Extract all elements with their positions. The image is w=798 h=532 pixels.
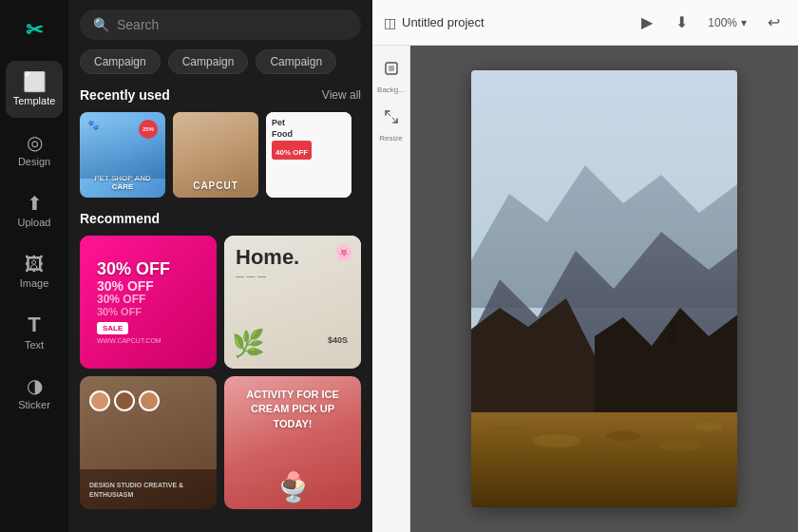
svg-point-13 <box>670 322 675 328</box>
studio-inner: DESIGN STUDIO CREATIVE & ENTHUSIASM <box>80 376 217 509</box>
canvas-viewport[interactable] <box>410 46 798 532</box>
capcut-label: CAPCUT <box>193 180 238 192</box>
template-thumb-pet-food[interactable]: Pet Food 40% OFF <box>266 112 352 198</box>
studio-label: DESIGN STUDIO CREATIVE & ENTHUSIASM <box>89 481 207 500</box>
svg-point-8 <box>490 426 528 437</box>
logo-icon: ✂ <box>26 18 43 43</box>
sidebar-item-label: Upload <box>18 217 51 228</box>
rec-thumb-studio[interactable]: DESIGN STUDIO CREATIVE & ENTHUSIASM <box>80 376 217 509</box>
sidebar-item-design[interactable]: ◎ Design <box>6 122 63 179</box>
sale-text-line2: 30% OFF <box>97 279 200 294</box>
background-label: Backg... <box>377 86 405 94</box>
image-icon: 🖼 <box>25 255 44 274</box>
resize-label: Resize <box>379 134 402 142</box>
sale-content: 30% OFF 30% OFF 30% OFF 30% OFF SALE WWW… <box>89 253 207 352</box>
petfood-food: Food <box>272 129 293 139</box>
svg-rect-1 <box>389 66 394 71</box>
svg-point-9 <box>533 434 580 447</box>
chip-campaign-2[interactable]: Campaign <box>168 49 249 74</box>
sidebar-item-sticker[interactable]: ◑ Sticker <box>6 365 63 422</box>
sidebar-item-template[interactable]: ⬜ Template <box>6 61 63 118</box>
download-button[interactable]: ⬇ <box>668 10 694 36</box>
resize-tool[interactable]: Resize <box>376 102 407 142</box>
rec-thumb-home[interactable]: Home. — — — 🌿 $40S 🌸 <box>224 236 361 369</box>
template-thumb-pet-shop[interactable]: PET SHOP AND CARE 🐾 25% <box>80 112 165 198</box>
badge-text: 25% <box>142 126 154 132</box>
recommend-title: Recommend <box>80 211 160 226</box>
sidebar-item-label: Text <box>25 339 44 351</box>
recommend-grid: 30% OFF 30% OFF 30% OFF 30% OFF SALE WWW… <box>80 236 361 509</box>
flower-decoration: 🌸 <box>334 243 353 261</box>
sidebar-item-label: Design <box>18 156 50 167</box>
sidebar-item-image[interactable]: 🖼 Image <box>6 243 63 300</box>
zoom-chevron-icon: ▾ <box>741 16 747 29</box>
project-title-area: ◫ Untitled project <box>384 15 626 30</box>
filter-chips-row: Campaign Campaign Campaign <box>68 49 372 84</box>
home-subtitle: — — — <box>236 272 350 281</box>
search-icon: 🔍 <box>93 17 109 32</box>
recommend-header: Recommend <box>80 211 361 226</box>
chip-campaign-1[interactable]: Campaign <box>80 49 161 74</box>
canvas-area: ◫ Untitled project ▶ ⬇ 100% ▾ ↩ <box>372 0 798 532</box>
undo-button[interactable]: ↩ <box>760 10 787 36</box>
panel-content: Recently used View all PET SHOP AND CARE… <box>68 84 372 532</box>
sidebar-item-upload[interactable]: ⬆ Upload <box>6 182 63 239</box>
face2 <box>114 390 135 411</box>
sale-badge: SALE <box>97 322 128 334</box>
discount-badge: 40% OFF <box>272 141 312 160</box>
rec-thumb-icecream[interactable]: ACTIVITY FOR ICE CREAM PICK UP TODAY! 🍨 <box>224 376 361 509</box>
face3 <box>139 390 160 411</box>
recently-used-row: PET SHOP AND CARE 🐾 25% CAPCUT <box>80 112 361 198</box>
background-tool[interactable]: Backg... <box>376 53 407 94</box>
top-bar: ◫ Untitled project ▶ ⬇ 100% ▾ ↩ <box>372 0 798 46</box>
price-tag: $40S <box>328 335 348 345</box>
rec-thumb-sale[interactable]: 30% OFF 30% OFF 30% OFF 30% OFF SALE WWW… <box>80 236 217 369</box>
svg-point-10 <box>606 431 640 441</box>
search-input[interactable] <box>117 17 348 32</box>
recently-used-title: Recently used <box>80 87 170 103</box>
text-icon: T <box>28 314 40 335</box>
capcut-overlay: CAPCUT <box>173 112 258 198</box>
project-title: Untitled project <box>402 15 484 29</box>
sale-text-line4: 30% OFF <box>97 306 200 317</box>
sidebar-item-label: Image <box>20 277 49 289</box>
logo[interactable]: ✂ <box>15 11 53 49</box>
zoom-control[interactable]: 100% ▾ <box>702 14 752 31</box>
face1 <box>89 390 110 411</box>
search-bar[interactable]: 🔍 <box>80 10 361 40</box>
sale-text-line3: 30% OFF <box>97 294 200 306</box>
canvas-main: Backg... Resize <box>372 46 798 532</box>
sticker-icon: ◑ <box>27 376 43 395</box>
home-title: Home. <box>236 247 350 268</box>
icecream-text: ACTIVITY FOR ICE CREAM PICK UP TODAY! <box>234 388 352 431</box>
template-thumb-capcut[interactable]: CAPCUT <box>173 112 258 198</box>
top-bar-actions: ▶ ⬇ 100% ▾ ↩ <box>634 10 787 36</box>
petfood-title: Pet <box>272 118 285 127</box>
icecream-icon: 🍨 <box>276 470 311 504</box>
sidebar-item-text[interactable]: T Text <box>6 304 63 361</box>
zoom-value: 100% <box>708 16 737 29</box>
upload-icon: ⬆ <box>27 194 43 213</box>
recently-used-section: Recently used View all PET SHOP AND CARE… <box>80 87 361 198</box>
background-icon <box>376 53 407 84</box>
svg-point-11 <box>659 440 701 451</box>
icecream-inner: ACTIVITY FOR ICE CREAM PICK UP TODAY! 🍨 <box>224 376 361 509</box>
sale-text-line1: 30% OFF <box>97 260 200 279</box>
play-button[interactable]: ▶ <box>634 10 660 36</box>
badge: 25% <box>139 120 158 139</box>
chip-campaign-3[interactable]: Campaign <box>256 49 336 74</box>
sidebar-item-label: Sticker <box>18 399 50 410</box>
side-toolbar: Backg... Resize <box>372 46 410 532</box>
view-all-link[interactable]: View all <box>322 88 361 102</box>
rec-pink-inner: 30% OFF 30% OFF 30% OFF 30% OFF SALE WWW… <box>80 236 217 369</box>
design-icon: ◎ <box>27 133 43 152</box>
svg-point-12 <box>694 422 723 431</box>
left-sidebar: ✂ ⬜ Template ◎ Design ⬆ Upload 🖼 Image T… <box>0 0 68 532</box>
canvas-image <box>471 70 737 507</box>
recently-used-header: Recently used View all <box>80 87 361 103</box>
plant-decoration: 🌿 <box>232 328 265 359</box>
sidebar-item-label: Template <box>13 95 56 106</box>
template-icon: ⬜ <box>23 72 47 91</box>
faces <box>89 390 160 411</box>
landscape-svg <box>471 70 737 507</box>
